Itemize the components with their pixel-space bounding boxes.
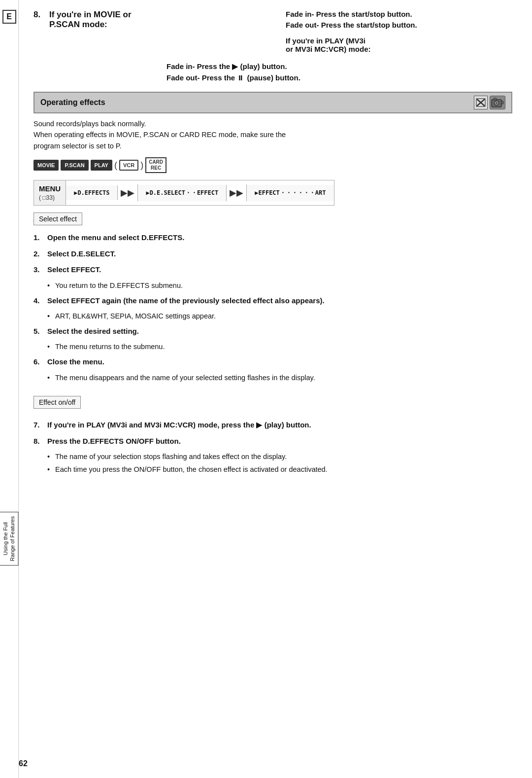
- step-8-title: If you're in MOVIE or P.SCAN mode:: [49, 10, 276, 30]
- operating-effects-section: Operating effects: [33, 92, 512, 206]
- step-2-num: 2.: [33, 248, 44, 260]
- step-8-content: If you're in MOVIE or P.SCAN mode:: [49, 10, 276, 53]
- play-mode-instructions: Fade in- Press the ▶ (play) button. Fade…: [63, 62, 512, 82]
- nav-item-3: ▶EFFECT・・・・・・ART: [247, 185, 333, 201]
- fade-in-movie: Fade in- Press the start/stop button.: [286, 10, 512, 18]
- page-number: 62: [19, 759, 28, 768]
- nav-item-1: ▶D.EFFECTS: [66, 185, 118, 200]
- step-6-bullet-text: The menu disappears and the name of your…: [55, 373, 315, 384]
- step-4-bullet-text: ART, BLK&WHT, SEPIA, MOSAIC settings app…: [55, 311, 216, 322]
- svg-rect-7: [501, 101, 503, 104]
- step-4-text: Select EFFECT again (the name of the pre…: [47, 295, 325, 307]
- menu-label: MENU: [39, 184, 61, 193]
- step-8-lower-text: Press the D.EFFECTS ON/OFF button.: [47, 436, 181, 447]
- step-6: 6. Close the menu. • The menu disappears…: [33, 356, 512, 383]
- fade-in-play: Fade in- Press the ▶ (play) button.: [166, 62, 300, 71]
- step-3-text: Select EFFECT.: [47, 264, 101, 276]
- step-4-bullet: • ART, BLK&WHT, SEPIA, MOSAIC settings a…: [33, 311, 512, 322]
- step-8-bullet-2-text: Each time you press the ON/OFF button, t…: [55, 464, 328, 475]
- step-8-instructions: Fade in- Press the start/stop button. Fa…: [286, 10, 512, 53]
- step-4: 4. Select EFFECT again (the name of the …: [33, 295, 512, 322]
- step-5-num: 5.: [33, 326, 44, 337]
- e-label: E: [2, 10, 16, 24]
- play-mode-spacer: [63, 62, 166, 82]
- header-icons: [474, 96, 505, 109]
- step-7: 7. If you're in PLAY (MV3i and MV3i MC:V…: [33, 420, 512, 431]
- step-8-lower-num: 8.: [33, 436, 44, 447]
- step-5: 5. Select the desired setting. • The men…: [33, 326, 512, 353]
- step-1: 1. Open the menu and select D.EFFECTS.: [33, 232, 512, 244]
- nav-arrow-2: ▶▶: [227, 184, 247, 201]
- step-2: 2. Select D.E.SELECT.: [33, 248, 512, 260]
- camera-icon: [490, 96, 505, 109]
- step-6-text: Close the menu.: [47, 356, 104, 368]
- step-7-num: 7.: [33, 420, 44, 431]
- play-btn: PLAY: [91, 160, 112, 171]
- effects-header: Operating effects: [33, 92, 512, 113]
- effect-onoff-box: Effect on/off: [33, 396, 81, 409]
- steps-list: 1. Open the menu and select D.EFFECTS. 2…: [33, 232, 512, 383]
- step-1-num: 1.: [33, 232, 44, 244]
- step-5-bullet: • The menu returns to the submenu.: [33, 342, 512, 353]
- fade-out-movie: Fade out- Press the start/stop button.: [286, 21, 512, 29]
- paren-close: ): [140, 160, 143, 171]
- nav-arrow-1: ▶▶: [118, 184, 138, 201]
- menu-label-block: MENU ( □33): [34, 180, 66, 205]
- step-8-lower: 8. Press the D.EFFECTS ON/OFF button. • …: [33, 436, 512, 475]
- svg-point-5: [496, 102, 498, 104]
- effects-description: Sound records/plays back normally. When …: [33, 118, 512, 151]
- steps-lower-list: 7. If you're in PLAY (MV3i and MV3i MC:V…: [33, 420, 512, 475]
- no-icon: [474, 96, 488, 109]
- menu-nav-row: MENU ( □33) ▶D.EFFECTS ▶▶ ▶D.E.SELECT・・E…: [33, 180, 334, 206]
- vcr-btn: VCR: [119, 160, 138, 171]
- step-3-num: 3.: [33, 264, 44, 276]
- vertical-label: Using the FullRange of Features: [0, 512, 19, 566]
- effects-desc-line3: program selector is set to P.: [33, 141, 512, 151]
- step-3-bullet-text: You return to the D.EFFECTS submenu.: [55, 281, 183, 291]
- play-mode-block: If you're in PLAY (MV3i or MV3i MC:VCR) …: [286, 36, 512, 53]
- step-7-text: If you're in PLAY (MV3i and MV3i MC:VCR)…: [47, 420, 311, 431]
- side-tab: E Using the FullRange of Features: [0, 0, 19, 778]
- select-effect-box: Select effect: [33, 212, 82, 225]
- step-1-text: Open the menu and select D.EFFECTS.: [47, 232, 184, 244]
- paren-open: (: [114, 160, 117, 171]
- step-5-text: Select the desired setting.: [47, 326, 139, 337]
- step-6-bullet: • The menu disappears and the name of yo…: [33, 373, 512, 384]
- effects-desc-line2: When operating effects in MOVIE, P.SCAN …: [33, 129, 512, 140]
- menu-page-ref: ( □33): [39, 194, 55, 201]
- play-instructions-text: Fade in- Press the ▶ (play) button. Fade…: [166, 62, 300, 82]
- step-5-bullet-text: The menu returns to the submenu.: [55, 342, 165, 353]
- vertical-label-text: Using the FullRange of Features: [2, 516, 16, 561]
- step-8-bullet-1-text: The name of your selection stops flashin…: [55, 452, 287, 462]
- movie-btn: MOVIE: [33, 160, 59, 171]
- step-3-bullet: • You return to the D.EFFECTS submenu.: [33, 281, 512, 291]
- nav-item-2: ▶D.E.SELECT・・EFFECT: [138, 185, 227, 201]
- step-2-text: Select D.E.SELECT.: [47, 248, 116, 260]
- step-8-number: 8.: [33, 10, 45, 53]
- card-rec-btn: CARDREC: [145, 157, 166, 173]
- pscan-btn: P.SCAN: [61, 160, 88, 171]
- step-3: 3. Select EFFECT. • You return to the D.…: [33, 264, 512, 291]
- svg-rect-6: [494, 98, 497, 100]
- step-4-num: 4.: [33, 295, 44, 307]
- step-6-num: 6.: [33, 356, 44, 368]
- mode-buttons-row: MOVIE P.SCAN PLAY ( VCR ) CARDREC: [33, 157, 512, 173]
- play-mode-label: If you're in PLAY (MV3i or MV3i MC:VCR) …: [286, 36, 371, 53]
- step-8-bullet-2: • Each time you press the ON/OFF button,…: [33, 464, 512, 475]
- fade-out-play: Fade out- Press the ⏸ (pause) button.: [166, 73, 300, 82]
- effects-header-title: Operating effects: [40, 98, 105, 107]
- section-8-heading: 8. If you're in MOVIE or P.SCAN mode: Fa…: [33, 10, 512, 53]
- effects-desc-line1: Sound records/plays back normally.: [33, 118, 512, 129]
- main-content: 8. If you're in MOVIE or P.SCAN mode: Fa…: [19, 0, 532, 778]
- step-8-bullet-1: • The name of your selection stops flash…: [33, 452, 512, 462]
